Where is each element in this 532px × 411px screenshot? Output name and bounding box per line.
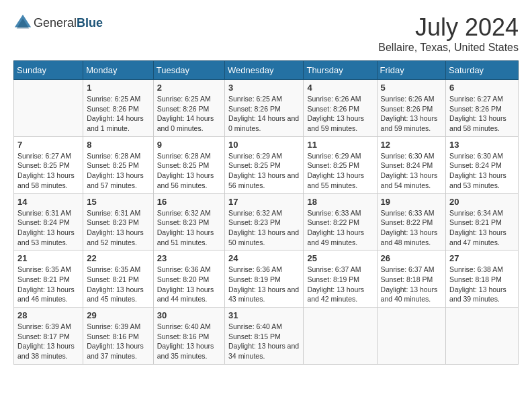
day-number: 25 [307,253,373,263]
calendar-week-1: 1Sunrise: 6:25 AMSunset: 8:26 PMDaylight… [14,80,519,137]
day-info: Sunrise: 6:25 AMSunset: 8:26 PMDaylight:… [87,94,149,134]
calendar-cell: 2Sunrise: 6:25 AMSunset: 8:26 PMDaylight… [153,80,224,137]
day-info: Sunrise: 6:28 AMSunset: 8:25 PMDaylight:… [87,151,149,191]
day-number: 8 [87,140,149,150]
logo-general: General [34,16,77,30]
day-number: 28 [17,310,79,320]
calendar-cell: 10Sunrise: 6:29 AMSunset: 8:25 PMDayligh… [225,136,304,193]
calendar-cell: 7Sunrise: 6:27 AMSunset: 8:25 PMDaylight… [14,136,83,193]
day-number: 30 [157,310,221,320]
day-info: Sunrise: 6:33 AMSunset: 8:22 PMDaylight:… [307,208,373,248]
day-info: Sunrise: 6:34 AMSunset: 8:21 PMDaylight:… [449,208,515,248]
day-number: 26 [381,253,443,263]
calendar-cell: 17Sunrise: 6:32 AMSunset: 8:23 PMDayligh… [225,193,304,250]
calendar-cell: 30Sunrise: 6:40 AMSunset: 8:16 PMDayligh… [153,308,224,365]
day-number: 17 [228,197,300,207]
calendar-cell: 16Sunrise: 6:32 AMSunset: 8:23 PMDayligh… [153,193,224,250]
day-header-wednesday: Wednesday [225,61,304,80]
day-number: 31 [228,310,300,320]
day-number: 5 [381,83,443,93]
day-number: 21 [17,253,79,263]
day-info: Sunrise: 6:31 AMSunset: 8:23 PMDaylight:… [87,208,149,248]
day-info: Sunrise: 6:35 AMSunset: 8:21 PMDaylight:… [87,265,149,304]
calendar-header-row: SundayMondayTuesdayWednesdayThursdayFrid… [14,61,519,80]
day-number: 4 [307,83,373,93]
calendar-cell: 25Sunrise: 6:37 AMSunset: 8:19 PMDayligh… [304,250,377,308]
day-number: 1 [87,83,149,93]
day-number: 11 [307,140,373,150]
day-number: 2 [157,83,221,93]
logo-blue: Blue [77,16,103,30]
calendar-cell: 31Sunrise: 6:40 AMSunset: 8:15 PMDayligh… [225,308,304,365]
day-info: Sunrise: 6:27 AMSunset: 8:25 PMDaylight:… [17,151,79,191]
day-header-thursday: Thursday [304,61,377,80]
day-number: 16 [157,197,221,207]
calendar-cell: 18Sunrise: 6:33 AMSunset: 8:22 PMDayligh… [304,193,377,250]
calendar-table: SundayMondayTuesdayWednesdayThursdayFrid… [13,60,519,365]
calendar-cell: 24Sunrise: 6:36 AMSunset: 8:19 PMDayligh… [225,250,304,308]
logo-text: GeneralBlue [34,16,103,30]
day-info: Sunrise: 6:31 AMSunset: 8:24 PMDaylight:… [17,208,79,248]
day-info: Sunrise: 6:39 AMSunset: 8:17 PMDaylight:… [17,322,79,361]
day-number: 29 [87,310,149,320]
day-info: Sunrise: 6:38 AMSunset: 8:18 PMDaylight:… [449,265,515,304]
calendar-cell [14,80,83,137]
day-info: Sunrise: 6:37 AMSunset: 8:19 PMDaylight:… [307,265,373,304]
day-number: 23 [157,253,221,263]
calendar-week-3: 14Sunrise: 6:31 AMSunset: 8:24 PMDayligh… [14,193,519,250]
day-number: 27 [449,253,515,263]
day-number: 10 [228,140,300,150]
day-header-tuesday: Tuesday [153,61,224,80]
calendar-cell: 21Sunrise: 6:35 AMSunset: 8:21 PMDayligh… [14,250,83,308]
page-header: GeneralBlue July 2024 Bellaire, Texas, U… [13,13,519,54]
day-info: Sunrise: 6:26 AMSunset: 8:26 PMDaylight:… [381,94,443,134]
calendar-cell [304,308,377,365]
day-number: 12 [381,140,443,150]
calendar-cell: 8Sunrise: 6:28 AMSunset: 8:25 PMDaylight… [83,136,153,193]
day-number: 3 [228,83,300,93]
day-info: Sunrise: 6:28 AMSunset: 8:25 PMDaylight:… [157,151,221,191]
logo-icon [13,13,32,32]
calendar-cell: 5Sunrise: 6:26 AMSunset: 8:26 PMDaylight… [377,80,446,137]
day-info: Sunrise: 6:32 AMSunset: 8:23 PMDaylight:… [157,208,221,248]
calendar-cell [446,308,519,365]
day-info: Sunrise: 6:25 AMSunset: 8:26 PMDaylight:… [228,94,300,134]
title-block: July 2024 Bellaire, Texas, United States [378,13,519,54]
day-info: Sunrise: 6:36 AMSunset: 8:19 PMDaylight:… [228,265,300,304]
calendar-cell: 11Sunrise: 6:29 AMSunset: 8:25 PMDayligh… [304,136,377,193]
day-info: Sunrise: 6:40 AMSunset: 8:16 PMDaylight:… [157,322,221,361]
day-number: 13 [449,140,515,150]
calendar-cell: 27Sunrise: 6:38 AMSunset: 8:18 PMDayligh… [446,250,519,308]
calendar-cell: 3Sunrise: 6:25 AMSunset: 8:26 PMDaylight… [225,80,304,137]
calendar-week-4: 21Sunrise: 6:35 AMSunset: 8:21 PMDayligh… [14,250,519,308]
day-info: Sunrise: 6:30 AMSunset: 8:24 PMDaylight:… [381,151,443,191]
day-number: 18 [307,197,373,207]
day-info: Sunrise: 6:39 AMSunset: 8:16 PMDaylight:… [87,322,149,361]
calendar-cell: 22Sunrise: 6:35 AMSunset: 8:21 PMDayligh… [83,250,153,308]
day-info: Sunrise: 6:32 AMSunset: 8:23 PMDaylight:… [228,208,300,248]
day-number: 22 [87,253,149,263]
calendar-cell: 26Sunrise: 6:37 AMSunset: 8:18 PMDayligh… [377,250,446,308]
calendar-cell: 29Sunrise: 6:39 AMSunset: 8:16 PMDayligh… [83,308,153,365]
calendar-cell: 9Sunrise: 6:28 AMSunset: 8:25 PMDaylight… [153,136,224,193]
calendar-week-2: 7Sunrise: 6:27 AMSunset: 8:25 PMDaylight… [14,136,519,193]
calendar-cell: 13Sunrise: 6:30 AMSunset: 8:24 PMDayligh… [446,136,519,193]
day-info: Sunrise: 6:29 AMSunset: 8:25 PMDaylight:… [307,151,373,191]
day-header-monday: Monday [83,61,153,80]
day-header-friday: Friday [377,61,446,80]
day-info: Sunrise: 6:33 AMSunset: 8:22 PMDaylight:… [381,208,443,248]
day-info: Sunrise: 6:30 AMSunset: 8:24 PMDaylight:… [449,151,515,191]
logo: GeneralBlue [13,13,103,32]
day-header-sunday: Sunday [14,61,83,80]
calendar-cell: 23Sunrise: 6:36 AMSunset: 8:20 PMDayligh… [153,250,224,308]
calendar-week-5: 28Sunrise: 6:39 AMSunset: 8:17 PMDayligh… [14,308,519,365]
calendar-cell: 14Sunrise: 6:31 AMSunset: 8:24 PMDayligh… [14,193,83,250]
main-title: July 2024 [378,13,519,42]
day-info: Sunrise: 6:27 AMSunset: 8:26 PMDaylight:… [449,94,515,134]
day-info: Sunrise: 6:36 AMSunset: 8:20 PMDaylight:… [157,265,221,304]
day-info: Sunrise: 6:35 AMSunset: 8:21 PMDaylight:… [17,265,79,304]
calendar-cell: 4Sunrise: 6:26 AMSunset: 8:26 PMDaylight… [304,80,377,137]
day-number: 15 [87,197,149,207]
day-number: 19 [381,197,443,207]
day-number: 6 [449,83,515,93]
